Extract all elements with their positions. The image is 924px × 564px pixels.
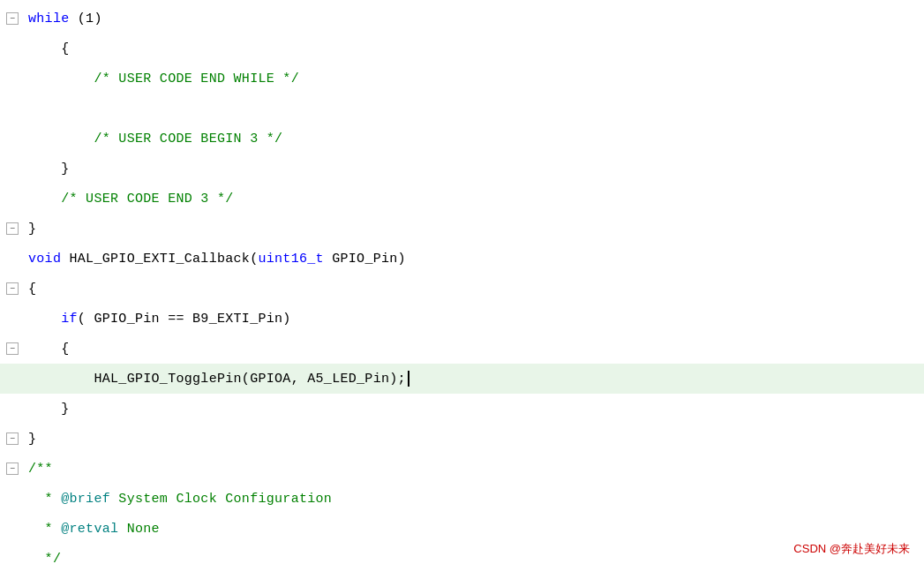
code-line: } xyxy=(0,154,924,184)
code-line: } xyxy=(0,394,924,424)
watermark: CSDN @奔赴美好未来 xyxy=(793,541,910,557)
code-text-17: * @brief System Clock Configuration xyxy=(25,492,332,507)
gutter-10[interactable]: − xyxy=(0,282,25,295)
code-text-8: } xyxy=(25,222,36,237)
code-line: if( GPIO_Pin == B9_EXTI_Pin) xyxy=(0,304,924,334)
code-text-5: /* USER CODE BEGIN 3 */ xyxy=(25,132,282,147)
fold-icon[interactable]: − xyxy=(6,462,19,475)
code-line: /* USER CODE END 3 */ xyxy=(0,184,924,214)
code-line: /* USER CODE BEGIN 3 */ xyxy=(0,124,924,154)
code-text-11: if( GPIO_Pin == B9_EXTI_Pin) xyxy=(25,312,291,327)
fold-icon[interactable]: − xyxy=(6,282,19,295)
code-text-13: HAL_GPIO_TogglePin(GPIOA, A5_LED_Pin); xyxy=(25,371,409,387)
gutter-8[interactable]: − xyxy=(0,222,25,235)
code-text-2: { xyxy=(25,41,70,56)
code-text-18: * @retval None xyxy=(25,522,160,537)
text-cursor xyxy=(408,371,409,387)
code-line: −{ xyxy=(0,274,924,304)
gutter-1[interactable]: − xyxy=(0,12,25,25)
code-text-9: void HAL_GPIO_EXTI_Callback(uint16_t GPI… xyxy=(25,252,406,267)
code-text-6: } xyxy=(25,162,70,177)
code-text-15: } xyxy=(25,432,36,447)
code-line: − { xyxy=(0,334,924,364)
code-text-19: */ xyxy=(25,552,61,565)
code-line: HAL_GPIO_TogglePin(GPIOA, A5_LED_Pin); xyxy=(0,364,924,394)
code-text-7: /* USER CODE END 3 */ xyxy=(25,192,234,207)
gutter-12[interactable]: − xyxy=(0,342,25,355)
code-line: void HAL_GPIO_EXTI_Callback(uint16_t GPI… xyxy=(0,244,924,274)
code-editor: −while (1) { /* USER CODE END WHILE */ /… xyxy=(0,0,924,564)
code-line: −while (1) xyxy=(0,4,924,34)
code-text-1: while (1) xyxy=(25,11,102,26)
code-line: /* USER CODE END WHILE */ xyxy=(0,64,924,94)
fold-icon[interactable]: − xyxy=(6,12,19,25)
code-line: −} xyxy=(0,214,924,244)
code-line: * @brief System Clock Configuration xyxy=(0,484,924,514)
fold-icon[interactable]: − xyxy=(6,222,19,235)
fold-icon[interactable]: − xyxy=(6,342,19,355)
code-text-16: /** xyxy=(25,462,53,477)
gutter-16[interactable]: − xyxy=(0,462,25,475)
code-line: */ xyxy=(0,544,924,564)
code-text-14: } xyxy=(25,402,70,417)
fold-icon[interactable]: − xyxy=(6,432,19,445)
code-text-10: { xyxy=(25,282,36,297)
code-line: * @retval None xyxy=(0,514,924,544)
code-line: { xyxy=(0,34,924,64)
code-text-12: { xyxy=(25,342,70,357)
code-line xyxy=(0,94,924,124)
gutter-15[interactable]: − xyxy=(0,432,25,445)
code-line: −} xyxy=(0,424,924,454)
code-text-3: /* USER CODE END WHILE */ xyxy=(25,71,299,86)
code-line: −/** xyxy=(0,454,924,484)
